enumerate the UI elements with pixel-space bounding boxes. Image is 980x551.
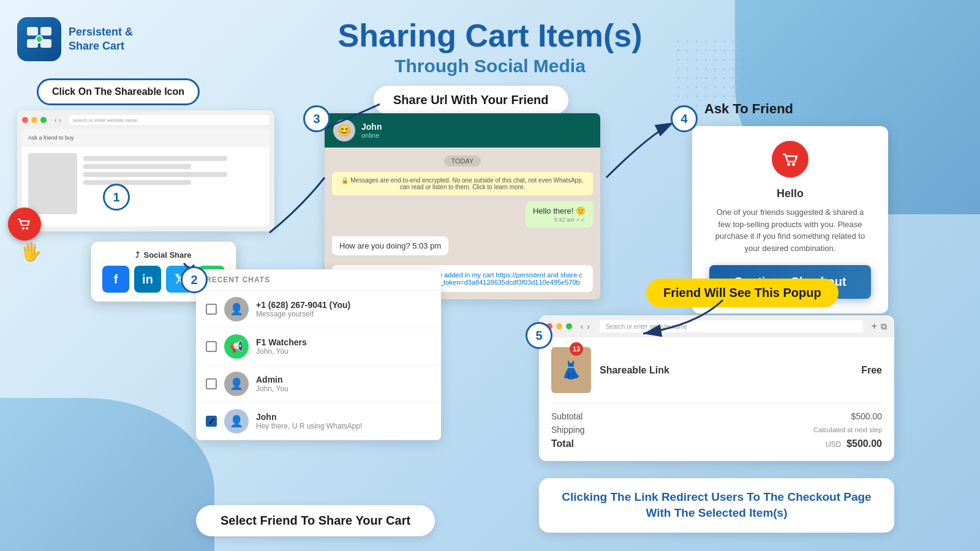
svg-point-6 (26, 227, 28, 230)
browser-page-title: Ask a friend to buy (28, 135, 74, 141)
facebook-button[interactable]: f (102, 266, 129, 293)
s5-address-bar: Search or enter website name (600, 320, 863, 332)
s5-copy-icon[interactable]: ⧉ (881, 321, 887, 332)
s5-dot-green (566, 323, 572, 329)
step4-circle: 4 (671, 105, 698, 132)
chat-avatar-you: 👤 (224, 297, 249, 321)
product-placeholder (22, 147, 270, 227)
s5-dot-yellow (556, 323, 562, 329)
nav-forward[interactable]: › (59, 117, 61, 124)
chat-info-you: +1 (628) 267-9041 (You) Message yourself (256, 300, 431, 318)
chat-checkbox-admin[interactable] (206, 378, 217, 389)
product-line-1 (83, 156, 227, 161)
nav-back[interactable]: ‹ (55, 117, 56, 124)
friend-message: One of your friends suggested & shared a… (709, 206, 871, 254)
chat-name-you: +1 (628) 267-9041 (You) (256, 300, 431, 310)
s5-new-tab[interactable]: + (872, 321, 877, 332)
social-share-title: ⤴ Social Share (102, 250, 225, 260)
total-amount: $500.00 (846, 438, 882, 449)
linkedin-button[interactable]: in (134, 266, 161, 293)
product-line-3 (83, 172, 227, 177)
shipping-value: Calculated at next step (813, 426, 882, 433)
shareable-img: 👗 (551, 347, 591, 393)
wa-today: TODAY (332, 155, 593, 166)
chat-info-f1: F1 Watchers John, You (256, 337, 431, 356)
shipping-label: Shipping (551, 425, 585, 435)
svg-point-8 (787, 163, 790, 166)
wa-avatar: 😊 (333, 119, 355, 141)
product-line-4 (83, 180, 191, 185)
step1-circle: 1 (103, 184, 130, 211)
wa-header: 😊 John online (325, 113, 600, 148)
subtotal-label: Subtotal (551, 411, 582, 421)
chat-avatar-john: 👤 (224, 409, 249, 433)
step2-circle: 2 (181, 266, 208, 293)
browser-content: Ask a friend to buy (22, 129, 270, 227)
wa-status: online (361, 132, 382, 139)
svg-point-5 (22, 227, 24, 230)
chat-avatar-admin: 👤 (224, 372, 249, 396)
step3-circle: 3 (303, 105, 330, 132)
subtotal-value: $500.00 (851, 411, 882, 421)
browser-dot-yellow (31, 117, 37, 123)
s5-nav-forward[interactable]: › (587, 322, 589, 331)
redirect-label: Clicking The Link Redirect Users To The … (539, 478, 894, 533)
shareable-link-row: 13 👗 Shareable Link Free (551, 347, 882, 393)
svg-point-9 (792, 163, 795, 166)
recent-chats-header: RECENT CHATS (196, 269, 441, 291)
ask-friend-label: Ask To Friend (704, 101, 888, 117)
main-title: Sharing Cart Item(s) Through Social Medi… (338, 18, 643, 77)
wa-contact-info: John online (361, 122, 382, 139)
shareable-item-price: Free (861, 365, 882, 376)
chat-checkbox-you[interactable] (206, 304, 217, 315)
click-shareable-label: Click On The Shareable Icon (37, 78, 200, 105)
svg-rect-0 (27, 27, 38, 36)
chat-sub-you: Message yourself (256, 310, 431, 318)
browser-dot-green (40, 117, 47, 123)
step5-circle: 5 (526, 322, 552, 349)
title-line2: Through Social Media (338, 56, 643, 77)
wa-incoming-msg: How are you doing? 5:03 pm (332, 236, 448, 255)
chat-checkbox-f1[interactable] (206, 341, 217, 352)
wa-time: 5:42 am ✓✓ (533, 217, 586, 223)
chat-item-admin: 👤 Admin John, You (196, 365, 441, 403)
subtotal-row: Subtotal $500.00 (551, 410, 882, 423)
share-url-label: Share Url With Your Friend (374, 86, 568, 114)
product-line-2 (83, 164, 191, 169)
wa-contact-name: John (361, 122, 382, 132)
share-cart-button[interactable] (8, 208, 41, 241)
browser-inner-top: Ask a friend to buy (22, 129, 270, 147)
chat-item-f1: 📢 F1 Watchers John, You (196, 328, 441, 365)
chat-sub-john: Hey there, U R using WhatsApp! (256, 422, 431, 430)
chat-item-you: 👤 +1 (628) 267-9041 (You) Message yourse… (196, 291, 441, 328)
s5-nav-back[interactable]: ‹ (581, 322, 583, 331)
browser-address: search or enter website name (69, 115, 270, 125)
social-share-label: Social Share (143, 250, 191, 260)
step5-area: ‹ › Search or enter website name + ⧉ 13 … (539, 315, 894, 461)
friend-popup-label: Friend Will See This Popup (646, 279, 839, 307)
wa-message-hello: Hello there! 🙂 5:42 am ✓✓ (526, 201, 593, 228)
chat-checkbox-john[interactable]: ✓ (206, 416, 217, 427)
total-value: USD $500.00 (826, 438, 882, 449)
shareable-item-name: Shareable Link (600, 365, 853, 376)
chat-avatar-f1: 📢 (224, 334, 249, 359)
browser-nav: ‹ › (55, 117, 61, 124)
browser-bar: ‹ › search or enter website name (22, 115, 270, 125)
step1-area: ‹ › search or enter website name Ask a f… (17, 110, 274, 231)
friend-cart-icon (772, 141, 809, 178)
shareable-badge: 13 (570, 342, 583, 356)
share-icon: ⤴ (135, 250, 140, 260)
total-currency: USD (826, 440, 841, 449)
product-image (28, 153, 77, 214)
bg-decoration-bottom-left (0, 398, 214, 551)
order-totals: Subtotal $500.00 Shipping Calculated at … (551, 403, 882, 451)
step5-browser-bar: ‹ › Search or enter website name + ⧉ (539, 315, 894, 337)
shipping-row: Shipping Calculated at next step (551, 423, 882, 437)
logo-icon (17, 17, 61, 61)
svg-rect-1 (40, 27, 51, 36)
bg-dots-decoration (674, 37, 747, 110)
browser-mockup: ‹ › search or enter website name Ask a f… (17, 110, 274, 231)
chat-list-area: RECENT CHATS 👤 +1 (628) 267-9041 (You) M… (196, 269, 441, 440)
step5-content: 13 👗 Shareable Link Free Subtotal $500.0… (539, 337, 894, 461)
total-row: Total USD $500.00 (551, 437, 882, 451)
